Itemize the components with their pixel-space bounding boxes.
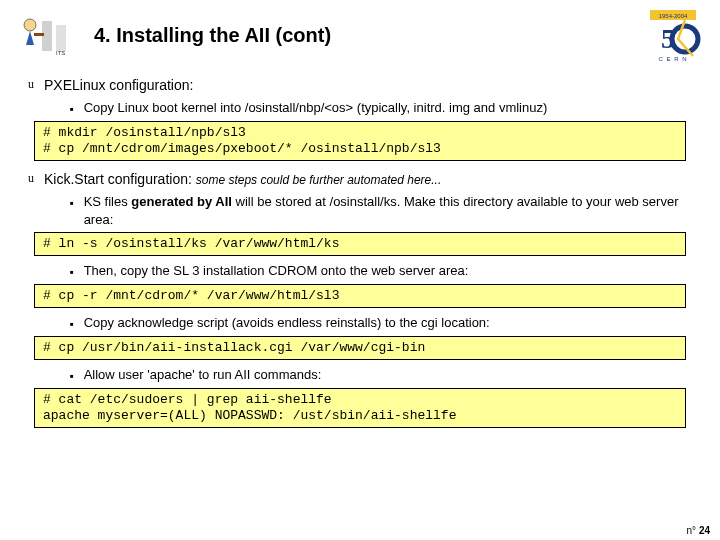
- step-text: Allow user 'apache' to run AII commands:: [84, 366, 322, 384]
- ks-step-ack: ■ Copy acknowledge script (avoids endles…: [70, 314, 700, 332]
- bullet-dot-icon: ■: [70, 366, 74, 384]
- code-cp-cdrom: # cp -r /mnt/cdrom/* /var/www/html/sl3: [34, 284, 686, 308]
- step-text: Copy acknowledge script (avoids endless …: [84, 314, 490, 332]
- bullet-dot-icon: ■: [70, 314, 74, 332]
- slide-number: n° 24: [687, 525, 710, 536]
- slide-content: u PXELinux configuration: ■ Copy Linux b…: [0, 63, 720, 438]
- bullet-u-icon: u: [28, 77, 34, 93]
- bullet-dot-icon: ■: [70, 99, 74, 117]
- step-text: KS files generated by AII will be stored…: [84, 193, 700, 228]
- bullet-dot-icon: ■: [70, 193, 74, 228]
- svg-rect-3: [34, 33, 44, 36]
- slide-title: 4. Installing the AII (cont): [94, 24, 626, 47]
- svg-text:C E R N: C E R N: [658, 56, 687, 62]
- cern-50-logo: 1954-2004 5 C E R N: [638, 8, 708, 63]
- section-pxelinux: u PXELinux configuration:: [28, 77, 700, 93]
- bullet-dot-icon: ■: [70, 262, 74, 280]
- code-mkdir-cp: # mkdir /osinstall/npb/sl3 # cp /mnt/cdr…: [34, 121, 686, 162]
- step-text: Copy Linux boot kernel into /osinstall/n…: [84, 99, 548, 117]
- cern-its-logo: ITS: [12, 11, 82, 61]
- svg-point-2: [24, 19, 36, 31]
- svg-rect-1: [56, 25, 66, 51]
- section-heading: Kick.Start configuration: some steps cou…: [44, 171, 441, 187]
- section-kickstart: u Kick.Start configuration: some steps c…: [28, 171, 700, 187]
- code-sudoers: # cat /etc/sudoers | grep aii-shellfe ap…: [34, 388, 686, 429]
- slide-header: ITS 4. Installing the AII (cont) 1954-20…: [0, 0, 720, 63]
- svg-text:ITS: ITS: [56, 50, 65, 56]
- ks-step-ksfiles: ■ KS files generated by AII will be stor…: [70, 193, 700, 228]
- code-cp-cgi: # cp /usr/bin/aii-installack.cgi /var/ww…: [34, 336, 686, 360]
- code-ln: # ln -s /osinstall/ks /var/www/html/ks: [34, 232, 686, 256]
- ks-step-apache: ■ Allow user 'apache' to run AII command…: [70, 366, 700, 384]
- pxe-step-copy-kernel: ■ Copy Linux boot kernel into /osinstall…: [70, 99, 700, 117]
- step-text: Then, copy the SL 3 installation CDROM o…: [84, 262, 469, 280]
- svg-text:1954-2004: 1954-2004: [659, 13, 688, 19]
- ks-step-cdrom: ■ Then, copy the SL 3 installation CDROM…: [70, 262, 700, 280]
- section-heading: PXELinux configuration:: [44, 77, 193, 93]
- bullet-u-icon: u: [28, 171, 34, 187]
